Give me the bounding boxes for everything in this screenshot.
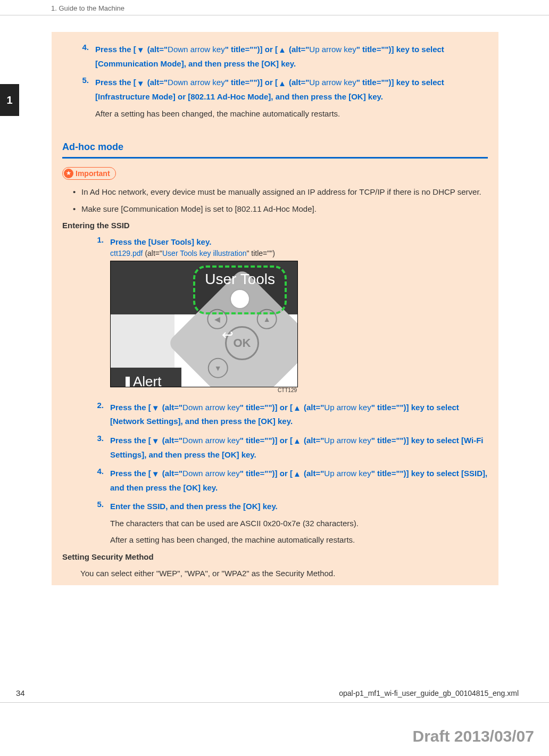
alt-text-link[interactable]: Up arrow key: [309, 45, 356, 54]
content-body: 4.Press the [▼ (alt="Down arrow key" tit…: [52, 32, 498, 585]
subhead-security: Setting Security Method: [62, 552, 488, 561]
illustration-link[interactable]: ctt129.pdf (alt="User Tools key illustra…: [110, 249, 488, 257]
back-icon: ↩: [222, 327, 234, 343]
chapter-tab: 1: [0, 84, 19, 116]
up-arrow-icon: ▲: [293, 401, 301, 415]
step-number: 5.: [73, 76, 95, 120]
step-text: Press the [▼ (alt="Down arrow key" title…: [110, 401, 488, 428]
step-text: Press the [▼ (alt="Down arrow key" title…: [110, 467, 488, 494]
alt-text-link[interactable]: Down arrow key: [168, 78, 225, 87]
alt-text-link[interactable]: Down arrow key: [182, 403, 240, 412]
user-tools-button-icon: [230, 289, 250, 309]
alert-icon: [126, 377, 130, 387]
down-arrow-icon: ▼: [137, 43, 145, 57]
down-arrow-icon: ▼: [152, 467, 160, 481]
footer-divider: [0, 702, 549, 703]
footer-filename: opal-p1_mf1_wi-fi_user_guide_gb_00104815…: [339, 689, 519, 697]
step-text: Press the [User Tools] key.: [110, 235, 488, 249]
down-arrow-icon: ▼: [208, 358, 228, 378]
up-arrow-icon: ▲: [278, 77, 286, 90]
user-tools-highlight: User Tools: [193, 265, 287, 314]
star-icon: [64, 169, 73, 178]
up-arrow-icon: ▲: [293, 467, 301, 481]
important-badge: Important: [62, 167, 116, 180]
step-text: Press the [▼ (alt="Down arrow key" title…: [110, 434, 488, 461]
alt-text-link[interactable]: Down arrow key: [168, 45, 225, 54]
alt-text-link[interactable]: Up arrow key: [324, 436, 371, 445]
alt-text-link[interactable]: Down arrow key: [182, 436, 240, 445]
figure-caption: CTT129: [110, 387, 297, 393]
up-arrow-icon: ▲: [278, 43, 286, 57]
section-title-adhoc: Ad-hoc mode: [62, 142, 488, 159]
step-note: The characters that can be used are ASCI…: [110, 517, 488, 530]
step-number: 2.: [88, 401, 110, 428]
important-bullet: In Ad Hoc network, every device must be …: [70, 185, 488, 199]
important-label: Important: [76, 169, 110, 178]
step-number: 4.: [88, 467, 110, 494]
down-arrow-icon: ▼: [137, 77, 145, 90]
alert-label: Alert: [126, 373, 161, 387]
draft-stamp: Draft 2013/03/07: [413, 727, 535, 745]
step-number: 1.: [88, 235, 110, 395]
down-arrow-icon: ▼: [152, 401, 160, 415]
step-note: After a setting has been changed, the ma…: [95, 107, 488, 121]
page-number: 34: [16, 688, 25, 697]
up-arrow-icon: ▲: [293, 434, 301, 448]
user-tools-figure: OK ▲ ◀ ▼ ↩ User Tools Alert: [110, 261, 488, 393]
header-breadcrumb: 1. Guide to the Machine: [51, 4, 124, 12]
alt-text-link[interactable]: Up arrow key: [324, 403, 371, 412]
step-number: 3.: [88, 434, 110, 461]
step-note: After a setting has been changed, the ma…: [110, 533, 488, 547]
step-number: 4.: [73, 43, 95, 70]
header-divider: [0, 15, 549, 15]
subhead-entering-ssid: Entering the SSID: [62, 221, 488, 230]
security-text: You can select either "WEP", "WPA", or "…: [62, 567, 488, 580]
alt-text-link[interactable]: Up arrow key: [309, 78, 356, 87]
important-bullet: Make sure [Communication Mode] is set to…: [70, 202, 488, 216]
alt-text-link[interactable]: Up arrow key: [324, 469, 371, 478]
down-arrow-icon: ▼: [152, 434, 160, 448]
step-text: Enter the SSID, and then press the [OK] …: [110, 500, 488, 513]
step-text: Press the [▼ (alt="Down arrow key" title…: [95, 43, 488, 70]
alt-text-link[interactable]: Down arrow key: [182, 469, 240, 478]
step-number: 5.: [88, 500, 110, 547]
step-text: Press the [▼ (alt="Down arrow key" title…: [95, 76, 488, 103]
